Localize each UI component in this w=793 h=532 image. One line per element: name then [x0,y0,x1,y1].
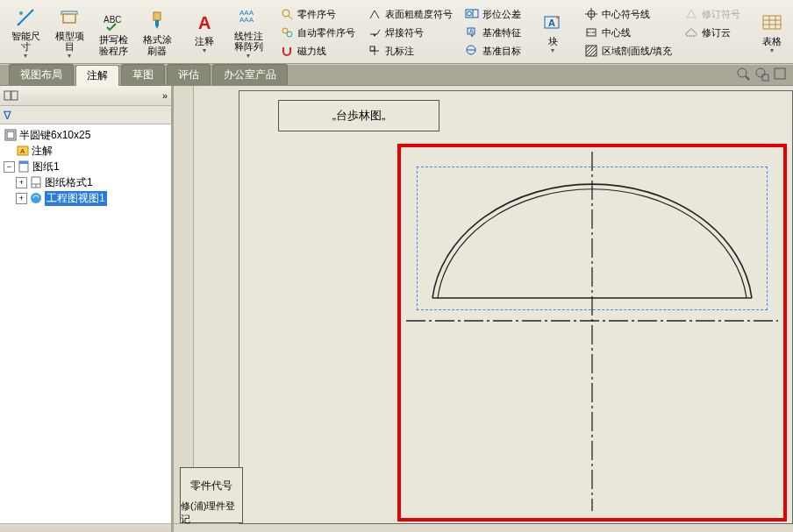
note-icon: A [192,11,217,35]
drawing-icon [4,128,18,142]
revision-symbol-button: 修订符号 [681,5,744,24]
tree-drawing-view-1[interactable]: + 工程图视图1 [0,190,171,206]
feature-tree[interactable]: 半圆键6x10x25 A 注解 − 图纸1 + 图纸格式1 + [0,124,171,523]
svg-rect-35 [762,74,768,81]
surface-finish-icon [368,7,382,21]
balloon-icon [280,7,294,21]
chevron-down-icon: ▾ [246,53,250,60]
ribbon: 智能尺寸 ▾ 模型项目 ▾ ABC 拼写检验程序 格式涂刷器 A 注释 ▾ AA… [0,0,793,64]
expand-icon[interactable]: + [16,177,27,188]
svg-rect-10 [370,46,375,51]
feature-tree-panel: » ∇ 半圆键6x10x25 A 注解 − 图纸1 + [0,86,174,532]
sheet-icon [17,160,31,174]
drawing-canvas[interactable]: „台歩林图„ 零件代号 修(浦)理件登记 [174,86,793,532]
auto-balloon-icon [280,25,294,39]
hole-callout-icon [368,44,382,58]
hole-callout-button[interactable]: 孔标注 [364,42,456,60]
gtol-button[interactable]: 形位公差 [461,5,525,24]
tree-root[interactable]: 半圆键6x10x25 [0,127,171,143]
paintbrush-icon [145,9,169,33]
magnet-icon [280,44,294,58]
zoom-fit-icon[interactable] [736,67,751,83]
tab-sketch[interactable]: 草图 [121,64,165,85]
centerline-horizontal [406,320,778,322]
panel-chevrons[interactable]: » [162,90,168,101]
annotation-folder-icon: A [16,144,30,158]
svg-rect-38 [11,91,18,100]
svg-rect-3 [154,12,161,20]
spellcheck-icon: ABC [101,9,125,33]
centermark-button[interactable]: 中心符号线 [581,5,675,24]
linear-pattern-button[interactable]: AAAAAA 线性注释阵列 ▾ [227,2,269,63]
tab-office[interactable]: 办公室产品 [212,64,288,85]
datum-feature-button[interactable]: A 基准特征 [461,24,525,42]
format-painter-button[interactable]: 格式涂刷器 [136,2,178,63]
note-button[interactable]: A 注释 ▾ [183,2,225,63]
datum-target-button[interactable]: 基准目标 [461,42,525,60]
vertical-ruler [174,86,194,524]
datum-icon: A [465,25,479,39]
zoom-area-icon[interactable] [754,67,769,83]
svg-rect-37 [4,91,11,100]
linear-pattern-icon: AAAAAA [236,5,261,30]
revision-symbol-icon [684,7,698,21]
svg-line-33 [746,76,749,80]
repair-parts-cell: 修(浦)理件登记 [180,496,243,523]
centerline-button[interactable]: 中心线 [581,24,675,42]
model-items-icon [57,5,82,30]
svg-rect-1 [63,14,75,23]
dim-icon [13,5,38,30]
magnetic-line-button[interactable]: 磁力线 [276,42,359,60]
title-block-cell: „台歩林图„ [278,100,439,131]
svg-text:A: A [198,13,211,32]
refresh-icon[interactable] [773,67,788,83]
svg-text:A: A [20,147,25,155]
tree-sheet-format[interactable]: + 图纸格式1 [0,174,171,190]
svg-text:A: A [469,28,474,34]
spellcheck-button[interactable]: ABC 拼写检验程序 [92,2,134,63]
tab-annotate[interactable]: 注解 [75,65,119,86]
hatch-fill-button[interactable]: 区域剖面线/填充 [581,42,675,60]
tab-view-layout[interactable]: 视图布局 [9,64,74,85]
centermark-icon [584,7,598,21]
smart-dim-button[interactable]: 智能尺寸 ▾ [4,2,46,63]
chevron-down-icon: ▾ [203,47,206,55]
auto-balloon-button[interactable]: 自动零件序号 [276,24,359,42]
surface-finish-button[interactable]: 表面粗糙度符号 [364,5,456,24]
tables-button[interactable]: 表格 ▾ [751,2,793,63]
svg-text:★: ★ [555,15,560,20]
svg-text:A: A [548,18,555,28]
svg-point-34 [756,68,765,77]
svg-point-32 [738,68,747,77]
revision-cloud-button[interactable]: 修订云 [681,24,744,42]
chevron-down-icon: ▾ [24,53,27,60]
expand-icon[interactable]: + [16,193,27,204]
svg-text:ABC: ABC [104,15,122,25]
sheet-format-icon [29,175,43,189]
revision-cloud-icon [684,25,698,39]
svg-point-7 [282,10,289,17]
blocks-button[interactable]: A★ 块 ▾ [532,2,574,63]
filter-icon[interactable]: ∇ [4,109,11,122]
tabstrip: 视图布局 注解 草图 评估 办公室产品 [0,64,793,86]
tree-sheet1[interactable]: − 图纸1 [0,159,171,174]
blocks-icon: A★ [540,11,565,35]
drawing-view-icon [29,191,43,205]
svg-point-48 [31,193,41,203]
balloon-button[interactable]: 零件序号 [276,5,359,24]
svg-point-9 [287,32,292,37]
weld-symbol-button[interactable]: 焊接符号 [364,24,456,42]
centerline-vertical [591,152,593,511]
panel-resize-handle[interactable] [0,523,171,532]
drawing-sheet[interactable]: „台歩林图„ 零件代号 修(浦)理件登记 [239,90,793,524]
model-items-button[interactable]: 模型项目 ▾ [48,2,90,63]
status-ruler [174,523,793,532]
tab-evaluate[interactable]: 评估 [167,64,211,85]
svg-point-12 [468,11,472,16]
panel-tabs-icon[interactable] [4,89,19,103]
tree-annotations[interactable]: A 注解 [0,143,171,159]
centerline-icon [584,25,598,39]
gtol-icon [465,7,479,21]
svg-text:AAA: AAA [239,16,254,24]
collapse-icon[interactable]: − [4,161,15,173]
